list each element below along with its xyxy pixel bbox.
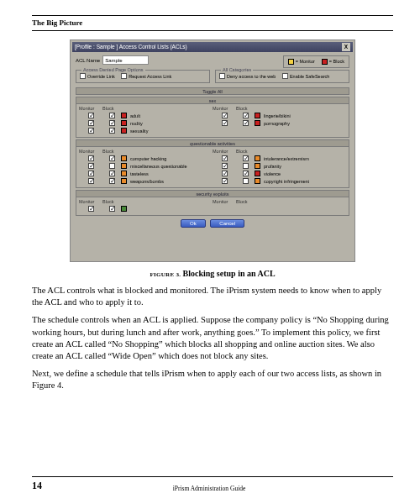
acl-name-label: ACL Name	[76, 58, 100, 63]
legend-block-swatch	[322, 59, 328, 65]
category-swatch	[121, 163, 127, 169]
block-checkbox[interactable]	[243, 113, 249, 118]
category-label: pornography	[264, 121, 290, 126]
block-checkbox[interactable]	[109, 155, 115, 161]
block-checkbox[interactable]	[109, 120, 115, 126]
all-categories-group: All Categories Deny access to the web En…	[215, 70, 349, 83]
category-swatch	[121, 178, 127, 184]
safesearch-option[interactable]: Enable SafeSearch	[282, 73, 329, 79]
category-row: nudity	[79, 119, 213, 127]
body-paragraph-3: Next, we define a schedule that tells iP…	[32, 368, 393, 391]
monitor-checkbox[interactable]	[88, 113, 94, 118]
request-access-option[interactable]: Request Access Link	[121, 73, 171, 79]
access-denied-title: Access Denied Page Options	[81, 67, 145, 72]
block-checkbox[interactable]	[109, 163, 115, 169]
access-denied-group: Access Denied Page Options Override Link…	[76, 70, 210, 83]
header-rule-bottom	[32, 30, 393, 31]
monitor-checkbox[interactable]	[88, 206, 94, 212]
category-row: adult	[79, 112, 213, 119]
monitor-checkbox[interactable]	[88, 155, 94, 161]
page-number: 14	[32, 480, 42, 492]
category-label: adult	[130, 113, 140, 118]
checkbox-icon	[121, 73, 127, 79]
category-swatch	[255, 171, 260, 176]
monitor-checkbox[interactable]	[88, 178, 94, 184]
block-checkbox[interactable]	[243, 155, 249, 161]
category-row: computer hacking	[79, 155, 213, 162]
dialog-titlebar: [Profile : Sample ] Access Control Lists…	[72, 42, 353, 52]
monitor-checkbox[interactable]	[222, 120, 228, 126]
monitor-checkbox[interactable]	[88, 171, 94, 176]
figure-title: Blocking setup in an ACL	[183, 269, 276, 278]
category-swatch	[255, 155, 260, 161]
block-checkbox[interactable]	[109, 171, 115, 176]
all-categories-title: All Categories	[221, 67, 253, 72]
acl-name-input[interactable]	[102, 55, 149, 65]
block-checkbox[interactable]	[109, 178, 115, 184]
category-swatch	[121, 155, 127, 161]
category-swatch	[121, 206, 127, 212]
category-swatch	[255, 178, 260, 184]
category-label: weapons/bombs	[130, 179, 164, 184]
category-swatch	[255, 120, 260, 126]
category-row: sexuality	[79, 127, 213, 134]
footer-title: iPrism Administration Guide	[173, 485, 246, 492]
body-paragraph-2: The schedule controls when an ACL is app…	[32, 314, 393, 362]
category-label: intolerance/extremism	[264, 156, 309, 161]
block-checkbox[interactable]	[243, 171, 249, 176]
block-checkbox[interactable]	[243, 163, 249, 169]
category-swatch	[121, 171, 127, 176]
ok-button[interactable]: Ok	[181, 219, 206, 228]
category-swatch	[255, 163, 260, 169]
block-checkbox[interactable]	[243, 120, 249, 126]
body-paragraph-1: The ACL controls what is blocked and mon…	[32, 285, 393, 308]
category-label: copyright infringement	[264, 179, 309, 184]
cancel-button[interactable]: Cancel	[210, 219, 244, 228]
category-label: computer hacking	[130, 156, 166, 161]
page-footer: 14 iPrism Administration Guide	[32, 476, 393, 492]
close-icon[interactable]: X	[342, 43, 350, 51]
category-label: sexuality	[130, 129, 148, 134]
category-band: questionable activities	[76, 139, 349, 146]
monitor-checkbox[interactable]	[222, 113, 228, 118]
header-rule-top	[32, 15, 393, 16]
deny-web-option[interactable]: Deny access to the web	[219, 73, 276, 79]
category-swatch	[255, 113, 260, 118]
category-row: intolerance/extremism	[213, 155, 346, 162]
override-link-option[interactable]: Override Link	[80, 73, 115, 79]
category-swatch	[121, 120, 127, 126]
category-label: violence	[264, 171, 281, 176]
monitor-checkbox[interactable]	[222, 171, 228, 176]
legend-monitor-label: = Monitor	[296, 59, 315, 64]
category-row: lingerie/bikini	[213, 112, 346, 119]
category-row	[79, 205, 213, 213]
monitor-checkbox[interactable]	[88, 128, 94, 134]
category-label: lingerie/bikini	[264, 113, 291, 118]
category-band: sex	[76, 97, 349, 103]
checkbox-icon	[80, 73, 86, 79]
category-row: tasteless	[79, 170, 213, 177]
monitor-checkbox[interactable]	[88, 120, 94, 126]
block-checkbox[interactable]	[109, 128, 115, 134]
category-label: tasteless	[130, 171, 149, 176]
category-swatch	[121, 113, 127, 118]
category-row: copyright infringement	[213, 177, 346, 185]
block-checkbox[interactable]	[243, 178, 249, 184]
figure-number: FIGURE 3.	[150, 271, 181, 278]
category-row: pornography	[213, 119, 346, 127]
category-swatch	[121, 128, 127, 134]
dialog-title: [Profile : Sample ] Access Control Lists…	[75, 42, 187, 52]
block-checkbox[interactable]	[109, 206, 115, 212]
legend-monitor-swatch	[288, 59, 294, 65]
monitor-checkbox[interactable]	[222, 163, 228, 169]
block-checkbox[interactable]	[109, 113, 115, 118]
monitor-checkbox[interactable]	[88, 163, 94, 169]
legend-box: Legend = Monitor = Block	[283, 55, 349, 68]
legend-block-label: = Block	[329, 59, 344, 64]
monitor-checkbox[interactable]	[222, 155, 228, 161]
category-band: security exploits	[76, 190, 349, 197]
checkbox-icon	[219, 73, 225, 79]
acl-name-field: ACL Name	[76, 55, 149, 65]
monitor-checkbox[interactable]	[222, 178, 228, 184]
toggle-all-bar[interactable]: Toggle All	[76, 87, 349, 95]
